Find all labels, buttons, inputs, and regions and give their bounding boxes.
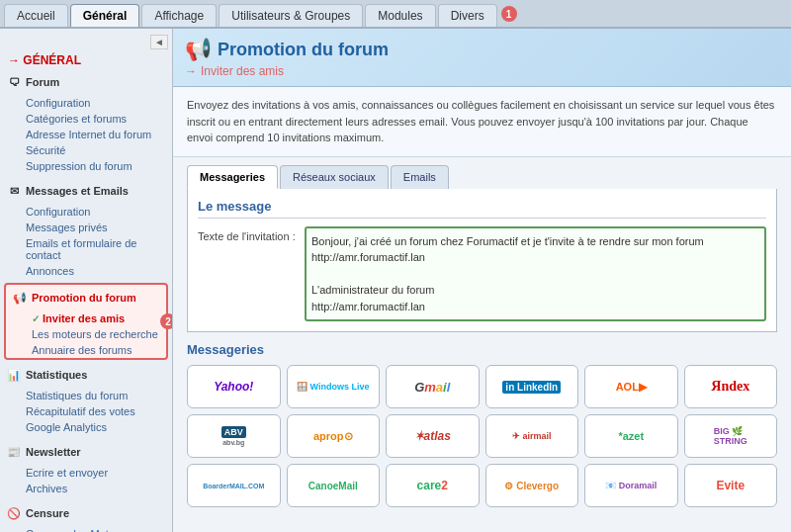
annotation-2: 2: [160, 313, 173, 329]
service-gmail[interactable]: Gmail: [386, 365, 480, 408]
sidebar-item-moteurs[interactable]: Les moteurs de recherche: [28, 326, 166, 342]
tab-affichage[interactable]: Affichage: [141, 4, 217, 27]
stats-items: Statistiques du forum Récapitulatif des …: [0, 388, 172, 435]
censure-label: Censure: [26, 507, 69, 519]
sidebar-collapse[interactable]: ◄: [0, 33, 172, 51]
sidebar-item-censure-mots[interactable]: Censure des Mots: [22, 526, 172, 532]
message-textarea[interactable]: Bonjour, j'ai créé un forum chez Forumac…: [305, 226, 766, 322]
service-linkedin[interactable]: in LinkedIn: [485, 365, 579, 408]
service-aol[interactable]: AOL▶: [584, 365, 678, 408]
stats-label: Statistiques: [26, 369, 87, 381]
inner-tabs: Messageries Réseaux sociaux Emails: [173, 157, 791, 189]
newsletter-items: Ecrire et envoyer Archives: [0, 465, 172, 496]
tab-accueil[interactable]: Accueil: [4, 4, 68, 27]
tab-divers[interactable]: Divers: [438, 4, 497, 27]
sidebar-item-archives[interactable]: Archives: [22, 481, 172, 496]
service-evite[interactable]: Evite: [684, 464, 778, 507]
promo-icon: 📢: [12, 290, 28, 306]
tab-messageries[interactable]: Messageries: [187, 165, 278, 189]
service-clevergo[interactable]: ⚙ Clevergo: [485, 464, 579, 507]
sidebar-stats-header[interactable]: 📊 Statistiques: [0, 362, 172, 388]
sidebar-item-ecrire[interactable]: Ecrire et envoyer: [22, 465, 172, 481]
sidebar-item-config-mail[interactable]: Configuration: [22, 204, 172, 220]
messages-label: Messages et Emails: [26, 185, 129, 197]
subtitle-arrow: →: [185, 64, 197, 78]
service-live[interactable]: 🪟 Windows Live: [287, 365, 381, 408]
newsletter-label: Newsletter: [26, 446, 81, 458]
service-abv[interactable]: ABV abv.bg: [187, 414, 281, 458]
tab-general[interactable]: Général: [70, 4, 140, 27]
general-label: → GÉNÉRAL: [0, 51, 172, 69]
service-doramail[interactable]: 📧 Doramail: [584, 464, 678, 507]
messageries-section: Messageries Yahoo! 🪟 Windows Live Gmail …: [173, 332, 791, 517]
service-atlas[interactable]: ✶atlas: [386, 414, 480, 458]
collapse-icon[interactable]: ◄: [150, 35, 168, 49]
check-icon: ✓: [32, 313, 40, 324]
sidebar-section-newsletter: 📰 Newsletter Ecrire et envoyer Archives: [0, 439, 172, 496]
sidebar-item-recapitulatif[interactable]: Récapitulatif des votes: [22, 403, 172, 419]
service-airmail[interactable]: ✈ airmail: [485, 414, 579, 458]
forum-icon: 🗨: [6, 74, 22, 90]
promo-items: ✓ Inviter des amis Les moteurs de recher…: [6, 310, 166, 358]
forum-label: Forum: [26, 76, 59, 88]
sidebar-item-configuration-forum[interactable]: Configuration: [22, 95, 172, 111]
sidebar: ◄ → GÉNÉRAL 🗨 Forum Configuration Catégo…: [0, 29, 173, 532]
annotation-1: 1: [501, 6, 517, 22]
mail-icon: ✉: [6, 183, 22, 199]
forum-items: Configuration Catégories et forums Adres…: [0, 95, 172, 174]
message-section-title: Le message: [198, 199, 766, 219]
sidebar-item-annonces[interactable]: Annonces: [22, 263, 172, 279]
sidebar-item-securite[interactable]: Sécurité: [22, 142, 172, 158]
service-canoemail[interactable]: CanoeMail: [287, 464, 381, 507]
tab-reseaux-sociaux[interactable]: Réseaux sociaux: [280, 165, 389, 189]
sidebar-section-stats: 📊 Statistiques Statistiques du forum Réc…: [0, 362, 172, 435]
sidebar-section-censure: 🚫 Censure Censure des Mots Censure des n…: [0, 500, 172, 532]
sidebar-newsletter-header[interactable]: 📰 Newsletter: [0, 439, 172, 465]
promo-title-icon: 📢: [185, 37, 212, 62]
content-title: 📢 Promotion du forum: [185, 37, 779, 62]
top-nav: Accueil Général Affichage Utilisateurs &…: [0, 0, 791, 29]
message-label: Texte de l'invitation :: [198, 226, 297, 242]
messageries-title: Messageries: [187, 342, 777, 357]
service-care2[interactable]: care2: [386, 464, 480, 507]
sidebar-forum-header[interactable]: 🗨 Forum: [0, 69, 172, 95]
sidebar-item-suppression[interactable]: Suppression du forum: [22, 158, 172, 174]
sidebar-section-forum: 🗨 Forum Configuration Catégories et foru…: [0, 69, 172, 174]
service-boardermail[interactable]: BoarderMAIL.COM: [187, 464, 281, 507]
sidebar-item-annuaire[interactable]: Annuaire des forums: [28, 342, 166, 358]
content-subtitle: → Inviter des amis: [185, 64, 779, 78]
sidebar-censure-header[interactable]: 🚫 Censure: [0, 500, 172, 526]
service-yandex[interactable]: Яndex: [684, 365, 778, 408]
sidebar-item-google-analytics[interactable]: Google Analytics: [22, 419, 172, 435]
message-section: Le message Texte de l'invitation : Bonjo…: [187, 189, 777, 333]
sidebar-item-emails-form[interactable]: Emails et formulaire de contact: [22, 235, 172, 263]
service-yahoo[interactable]: Yahoo!: [187, 365, 281, 408]
service-bigstring[interactable]: BIG 🌿STRING: [684, 414, 778, 458]
sidebar-promo-header[interactable]: 📢 Promotion du forum: [6, 285, 166, 310]
sidebar-item-categories[interactable]: Catégories et forums: [22, 111, 172, 127]
content-area: 📢 Promotion du forum → Inviter des amis …: [173, 29, 791, 532]
sidebar-item-messages-prives[interactable]: Messages privés: [22, 220, 172, 235]
stats-icon: 📊: [6, 367, 22, 383]
service-azet[interactable]: *azet: [584, 414, 678, 458]
sidebar-item-inviter[interactable]: ✓ Inviter des amis: [28, 310, 166, 326]
message-row: Texte de l'invitation : Bonjour, j'ai cr…: [198, 226, 766, 322]
sidebar-section-promo: 📢 Promotion du forum ✓ Inviter des amis …: [4, 283, 168, 360]
messages-items: Configuration Messages privés Emails et …: [0, 204, 172, 279]
sidebar-item-adresse[interactable]: Adresse Internet du forum: [22, 127, 172, 142]
content-description: Envoyez des invitations à vos amis, conn…: [173, 87, 791, 157]
sidebar-section-messages: ✉ Messages et Emails Configuration Messa…: [0, 178, 172, 279]
sidebar-item-stats-forum[interactable]: Statistiques du forum: [22, 388, 172, 403]
censure-items: Censure des Mots Censure des noms d'util…: [0, 526, 172, 532]
sidebar-messages-header[interactable]: ✉ Messages et Emails: [0, 178, 172, 204]
newsletter-icon: 📰: [6, 444, 22, 460]
content-header: 📢 Promotion du forum → Inviter des amis: [173, 29, 791, 87]
censure-icon: 🚫: [6, 505, 22, 521]
tab-emails[interactable]: Emails: [391, 165, 449, 189]
main-layout: ◄ → GÉNÉRAL 🗨 Forum Configuration Catégo…: [0, 29, 791, 532]
messageries-grid: Yahoo! 🪟 Windows Live Gmail in LinkedIn …: [187, 365, 777, 507]
tab-modules[interactable]: Modules: [365, 4, 435, 27]
promo-label: Promotion du forum: [32, 292, 136, 304]
tab-utilisateurs[interactable]: Utilisateurs & Groupes: [219, 4, 363, 27]
service-aprop[interactable]: aprop⊙: [287, 414, 381, 458]
